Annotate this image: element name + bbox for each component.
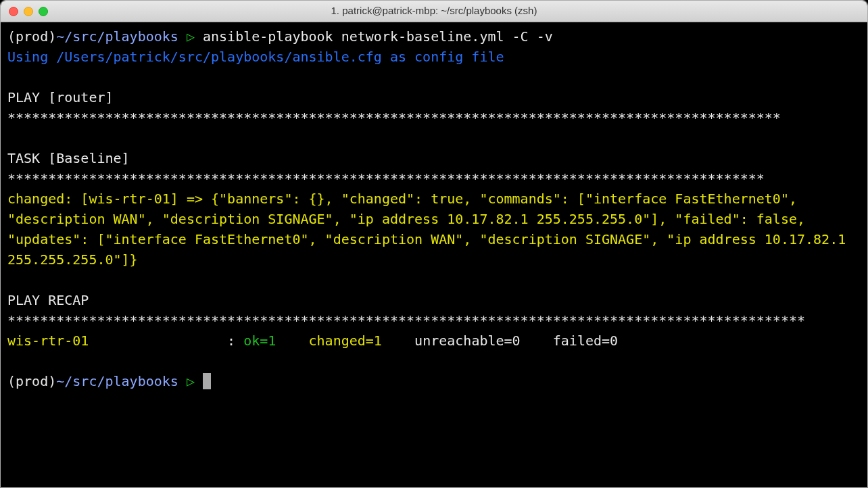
maximize-icon[interactable]: [39, 7, 48, 16]
task-output: changed: [wis-rtr-01] => {"banners": {},…: [7, 189, 861, 270]
prompt-symbol: ▷: [178, 373, 203, 389]
recap-colon: :: [227, 333, 243, 349]
blank-line: [7, 128, 861, 148]
prompt-env: (prod): [7, 373, 56, 389]
prompt-line-2: (prod)~/src/playbooks ▷: [7, 371, 861, 391]
cursor-icon: [203, 373, 211, 389]
prompt-line-1: (prod)~/src/playbooks ▷ ansible-playbook…: [7, 26, 861, 47]
blank-line: [7, 67, 861, 87]
prompt-env: (prod): [7, 28, 56, 45]
window-titlebar: 1. patrick@patrick-mbp: ~/src/playbooks …: [1, 1, 867, 22]
play-header: PLAY [router] **************************…: [7, 87, 861, 128]
minimize-icon[interactable]: [24, 7, 33, 16]
recap-failed: failed=0: [545, 333, 618, 349]
window-title: 1. patrick@patrick-mbp: ~/src/playbooks …: [9, 3, 859, 19]
close-icon[interactable]: [9, 7, 18, 16]
recap-host: wis-rtr-01: [7, 333, 227, 349]
recap-unreachable: unreachable=0: [406, 333, 545, 349]
prompt-path: ~/src/playbooks: [56, 28, 178, 45]
recap-ok: ok=1: [243, 333, 300, 349]
blank-line: [7, 270, 861, 290]
config-file-line: Using /Users/patrick/src/playbooks/ansib…: [7, 47, 861, 67]
traffic-lights: [9, 7, 48, 16]
blank-line: [7, 351, 861, 371]
prompt-command: ansible-playbook network-baseline.yml -C…: [203, 28, 553, 45]
recap-line: wis-rtr-01 : ok=1 changed=1 unreachable=…: [7, 331, 861, 351]
terminal-body[interactable]: (prod)~/src/playbooks ▷ ansible-playbook…: [1, 22, 867, 487]
recap-changed: changed=1: [301, 333, 407, 349]
task-header: TASK [Baseline] ************************…: [7, 148, 861, 189]
prompt-path: ~/src/playbooks: [56, 373, 178, 389]
prompt-symbol: ▷: [178, 28, 203, 45]
recap-header: PLAY RECAP *****************************…: [7, 290, 861, 331]
